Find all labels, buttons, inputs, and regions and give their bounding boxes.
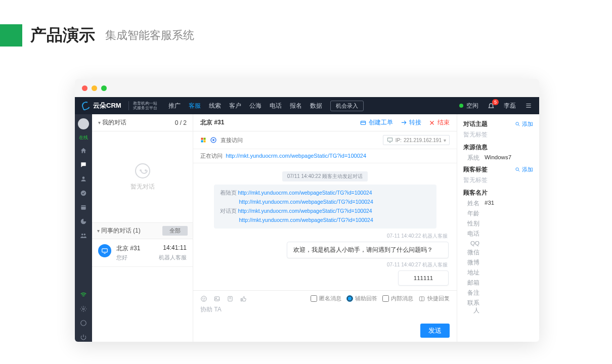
nav-item[interactable]: 公海 (249, 102, 261, 110)
status-label: 空闲 (466, 102, 478, 110)
end-button[interactable]: 结束 (428, 118, 450, 127)
ticket-icon (360, 119, 367, 126)
cloud-icon (81, 101, 92, 111)
dialog-link-2[interactable]: http://mkt.yunduocrm.com/webpageStatic/T… (239, 217, 373, 223)
agent-status[interactable]: 空闲 (459, 102, 478, 110)
nav-item[interactable]: 线索 (209, 102, 221, 110)
chat-icon[interactable] (79, 160, 88, 169)
message-input[interactable]: 协助 TA (200, 305, 450, 323)
gear-icon[interactable] (79, 304, 88, 313)
slide-title-main: 产品演示 (30, 24, 95, 47)
nav-item[interactable]: 数据 (310, 102, 322, 110)
ctag-header: 顾客标签 添加 (463, 166, 533, 173)
transfer-button[interactable]: 转接 (400, 118, 421, 127)
ip-display: IP: 221.219.162.191 ▾ (383, 135, 450, 145)
top-nav: 推广 客服 线索 客户 公海 电话 报名 数据 (168, 102, 322, 110)
emoji-icon[interactable] (200, 295, 207, 302)
assist-checkbox[interactable]: 辅助回答 (346, 295, 377, 302)
people-icon[interactable] (79, 231, 88, 240)
calendar-icon[interactable] (79, 203, 88, 212)
landing-link[interactable]: http://mkt.yunduocrm.com/webpageStatic/T… (238, 190, 372, 196)
svg-rect-12 (201, 138, 203, 140)
svg-point-4 (81, 191, 86, 196)
send-button[interactable]: 发送 (420, 324, 450, 338)
chat-header: 北京 #31 创建工单 转接 结束 (193, 114, 457, 131)
dialog-link[interactable]: http://mkt.yunduocrm.com/webpageStatic/T… (238, 208, 372, 214)
svg-point-28 (516, 168, 519, 171)
avatar[interactable] (78, 118, 89, 129)
composer: 匿名消息 辅助回答 内部消息 快捷回复 协助 TA 发送 (193, 290, 457, 342)
svg-point-7 (84, 234, 86, 236)
chat-bubble: 欢迎，我是机器人小助手，请问遇到了什么问题吗？ (287, 242, 449, 258)
chat-bubble: 111111 (398, 270, 449, 286)
visiting-link[interactable]: http://mkt.yunduocrm.com/webpageStatic/T… (226, 153, 366, 159)
svg-rect-14 (201, 141, 203, 143)
visiting-row: 正在访问 http://mkt.yunduocrm.com/webpageSta… (193, 149, 457, 163)
svg-point-18 (212, 139, 214, 141)
home-icon[interactable] (79, 146, 88, 155)
nav-item[interactable]: 客户 (229, 102, 241, 110)
like-icon[interactable] (240, 295, 247, 302)
empty-label: 暂无对话 (130, 183, 155, 191)
svg-rect-10 (102, 249, 108, 252)
svg-rect-13 (204, 138, 206, 140)
my-convs-header[interactable]: 我的对话 0 / 2 (92, 114, 193, 131)
quick-reply-button[interactable]: 快捷回复 (418, 295, 450, 302)
msg-stamp: 07-11 14:40:27 机器人客服 (201, 261, 448, 268)
wifi-icon[interactable] (79, 290, 88, 299)
pie-chart-icon[interactable] (79, 217, 88, 226)
window-close-icon[interactable] (82, 85, 88, 91)
svg-point-3 (82, 176, 85, 179)
nav-item[interactable]: 电话 (270, 102, 282, 110)
chat-title: 北京 #31 (200, 118, 224, 127)
person-icon[interactable] (79, 174, 88, 184)
svg-point-8 (82, 308, 84, 310)
create-ticket-button[interactable]: 创建工单 (360, 118, 393, 127)
svg-point-6 (81, 234, 83, 236)
add-topic-button[interactable]: 添加 (515, 120, 533, 128)
attachment-icon[interactable] (227, 295, 234, 302)
chat-panel: 北京 #31 创建工单 转接 结束 (193, 114, 457, 342)
internal-checkbox[interactable]: 内部消息 (382, 295, 413, 302)
chrome-icon (210, 137, 216, 143)
svg-rect-11 (361, 121, 365, 124)
nav-item-active[interactable]: 客服 (189, 102, 201, 110)
window-titlebar (75, 79, 539, 97)
notifications-button[interactable]: 5 (488, 102, 495, 109)
slide-title-sub: 集成智能客服系统 (105, 28, 194, 43)
conv-title: 北京 #31 (116, 244, 140, 253)
window-min-icon[interactable] (92, 85, 97, 91)
nav-item[interactable]: 推广 (168, 102, 181, 110)
record-opportunity-button[interactable]: 机会录入 (330, 101, 364, 111)
current-user[interactable]: 李磊 (504, 102, 516, 110)
msg-stamp: 07-11 14:40:22 机器人客服 (201, 233, 448, 240)
svg-point-20 (201, 296, 207, 301)
svg-point-9 (81, 321, 86, 326)
conv-preview: 您好 (116, 254, 127, 261)
slide-title: 产品演示 集成智能客服系统 (0, 24, 612, 47)
conversation-item[interactable]: 北京 #3114:41:11 您好机器人客服 (92, 239, 193, 267)
check-circle-icon[interactable] (79, 189, 88, 198)
my-convs-label: 我的对话 (98, 118, 126, 127)
referrer-box: 着陆页 http://mkt.yunduocrm.com/webpageStat… (214, 185, 436, 229)
online-label: 在线 (79, 134, 88, 141)
menu-button[interactable] (525, 102, 532, 109)
landing-link-2[interactable]: http://mkt.yunduocrm.com/webpageStatic/T… (239, 199, 373, 205)
chat-body: 07/11 14:40:22 顾客主动发起对话 着陆页 http://mkt.y… (193, 163, 457, 290)
system-value: Windows7 (485, 154, 511, 162)
ctag-empty: 暂无标签 (463, 176, 533, 184)
anon-checkbox[interactable]: 匿名消息 (311, 295, 341, 302)
app-window: 云朵CRM 教育机构一站 式服务云平台 推广 客服 线索 客户 公海 电话 报名… (75, 79, 539, 342)
add-tag-button[interactable]: 添加 (515, 166, 533, 173)
window-max-icon[interactable] (101, 85, 107, 91)
all-tab[interactable]: 全部 (162, 226, 188, 236)
svg-point-21 (203, 298, 203, 298)
quick-reply-icon (418, 295, 425, 302)
nav-item[interactable]: 报名 (290, 102, 302, 110)
power-icon[interactable] (79, 333, 88, 342)
conv-time: 14:41:11 (163, 244, 187, 253)
image-icon[interactable] (213, 295, 221, 302)
colleague-convs-header[interactable]: 同事的对话 (1) 全部 (92, 222, 193, 239)
help-icon[interactable] (79, 318, 88, 328)
svg-point-1 (83, 164, 83, 164)
